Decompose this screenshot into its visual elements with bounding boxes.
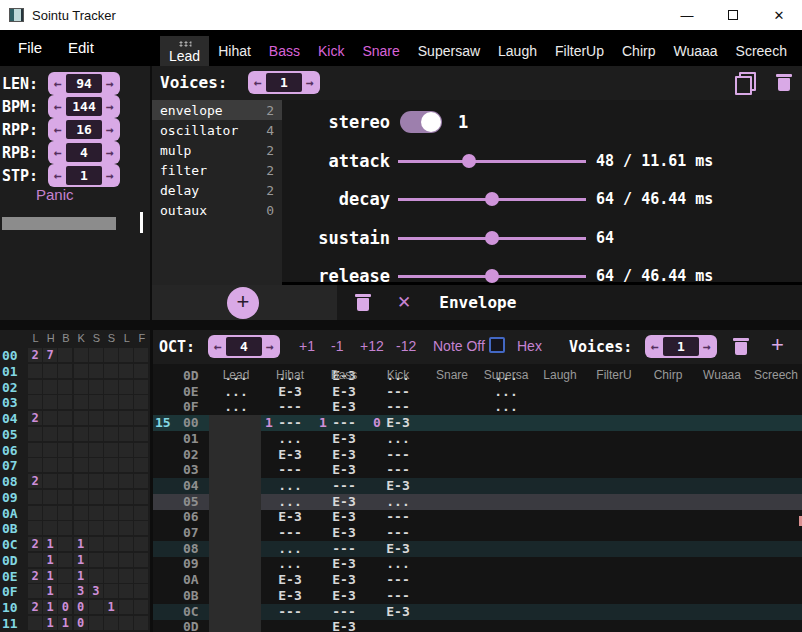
order-cell[interactable]	[89, 553, 103, 567]
order-cell[interactable]	[28, 364, 42, 378]
track-row[interactable]: 0DE-3	[153, 619, 802, 632]
note-cell[interactable]	[479, 509, 533, 525]
track-row[interactable]: 0D......E-3......	[153, 368, 802, 384]
note-cell[interactable]: E-3	[317, 525, 371, 541]
note-cell[interactable]	[641, 619, 695, 632]
note-cell[interactable]: E-3	[263, 384, 317, 400]
note-cell[interactable]	[641, 415, 695, 431]
tab-screech[interactable]: Screech	[727, 36, 796, 66]
order-cell[interactable]	[119, 443, 133, 457]
track-row[interactable]: 04...---E-3	[153, 478, 802, 494]
note-cell[interactable]	[533, 604, 587, 620]
order-cell[interactable]	[119, 521, 133, 535]
order-cell[interactable]	[119, 600, 133, 614]
tab-wuaaa[interactable]: Wuaaa	[664, 36, 726, 66]
unit-row-mulp[interactable]: mulp2	[152, 140, 282, 160]
note-cell[interactable]	[749, 588, 802, 604]
note-cell[interactable]	[479, 619, 533, 632]
note-cell[interactable]: ---	[317, 541, 371, 557]
hex-label[interactable]: Hex	[517, 338, 542, 354]
note-cell[interactable]: ...	[209, 384, 263, 400]
order-cell[interactable]	[74, 506, 88, 520]
unit-row-outaux[interactable]: outaux0	[152, 200, 282, 220]
track-row[interactable]: 0BE-3E-3---	[153, 588, 802, 604]
order-cell[interactable]	[43, 490, 57, 504]
note-cell[interactable]	[209, 588, 263, 604]
note-cell[interactable]: E-3	[263, 447, 317, 463]
note-cell[interactable]	[749, 462, 802, 478]
note-cell[interactable]	[479, 588, 533, 604]
note-cell[interactable]	[587, 478, 641, 494]
delete-unit-icon[interactable]	[355, 293, 371, 312]
order-cell[interactable]	[134, 490, 148, 504]
order-cell[interactable]	[134, 474, 148, 488]
order-cell[interactable]	[119, 569, 133, 583]
order-cell[interactable]: 1	[74, 553, 88, 567]
note-cell[interactable]	[587, 588, 641, 604]
increment-button[interactable]: →	[102, 74, 118, 93]
order-cell[interactable]	[43, 474, 57, 488]
order-cell[interactable]	[89, 537, 103, 551]
note-cell[interactable]	[479, 478, 533, 494]
order-cell[interactable]	[74, 395, 88, 409]
note-cell[interactable]	[749, 368, 802, 384]
decay-slider[interactable]	[398, 192, 586, 206]
note-cell[interactable]	[695, 462, 749, 478]
note-cell[interactable]	[479, 556, 533, 572]
note-cell[interactable]	[641, 478, 695, 494]
note-cell[interactable]	[533, 368, 587, 384]
note-cell[interactable]	[641, 509, 695, 525]
note-cell[interactable]: ...	[263, 431, 317, 447]
order-cell[interactable]: 0	[58, 600, 72, 614]
note-cell[interactable]	[749, 556, 802, 572]
order-cell[interactable]	[74, 521, 88, 535]
order-cell[interactable]	[104, 521, 118, 535]
transpose-down-1-button[interactable]: -1	[331, 338, 343, 354]
note-cell[interactable]	[479, 604, 533, 620]
note-cell[interactable]	[695, 509, 749, 525]
order-cell[interactable]	[104, 443, 118, 457]
order-cell[interactable]	[134, 584, 148, 598]
octave-increment-button[interactable]: →	[262, 337, 278, 356]
attack-slider[interactable]	[398, 154, 586, 168]
order-cell[interactable]	[134, 348, 148, 362]
note-cell[interactable]	[587, 525, 641, 541]
note-cell[interactable]	[479, 541, 533, 557]
note-cell[interactable]: E-3	[263, 572, 317, 588]
note-cell[interactable]: ...	[479, 384, 533, 400]
order-cell[interactable]	[134, 537, 148, 551]
note-cell[interactable]: ...	[371, 368, 425, 384]
order-cell[interactable]	[134, 569, 148, 583]
order-cell[interactable]: 2	[28, 569, 42, 583]
order-cell[interactable]	[104, 395, 118, 409]
unit-row-envelope[interactable]: envelope2	[152, 100, 282, 120]
track-row[interactable]: 09...E-3...	[153, 556, 802, 572]
order-cell[interactable]: 2	[28, 537, 42, 551]
tab-hihat[interactable]: Hihat	[209, 36, 260, 66]
note-cell[interactable]	[641, 399, 695, 415]
order-cell[interactable]: 2	[28, 474, 42, 488]
note-cell[interactable]	[209, 478, 263, 494]
add-track-button[interactable]: +	[771, 332, 784, 358]
order-cell[interactable]	[89, 443, 103, 457]
order-cell[interactable]	[58, 443, 72, 457]
order-cell[interactable]	[104, 380, 118, 394]
note-cell[interactable]: E-3	[371, 478, 425, 494]
add-unit-button[interactable]: +	[227, 287, 259, 319]
song-param-value[interactable]: 1	[66, 166, 102, 185]
order-cell[interactable]	[89, 474, 103, 488]
track-voices-decrement-button[interactable]: ←	[647, 337, 663, 356]
note-cell[interactable]	[425, 525, 479, 541]
order-cell[interactable]	[28, 490, 42, 504]
order-cell[interactable]	[74, 443, 88, 457]
note-cell[interactable]	[695, 619, 749, 632]
tab-filterup[interactable]: FilterUp	[546, 36, 613, 66]
unit-row-delay[interactable]: delay2	[152, 180, 282, 200]
order-cell[interactable]: 2	[28, 411, 42, 425]
track-row[interactable]: 02E-3E-3---	[153, 447, 802, 463]
note-cell[interactable]: E-3	[317, 431, 371, 447]
slider-knob[interactable]	[485, 192, 499, 206]
note-cell[interactable]: E-3	[371, 604, 425, 620]
order-cell[interactable]: 1	[43, 569, 57, 583]
order-cell[interactable]	[74, 474, 88, 488]
